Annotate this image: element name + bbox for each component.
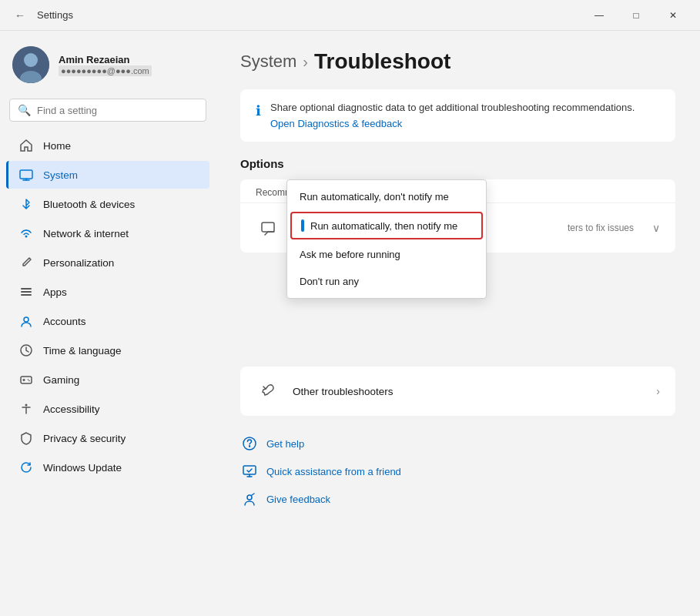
gaming-icon xyxy=(18,372,34,387)
sidebar-item-network[interactable]: Network & internet xyxy=(6,219,209,247)
quick-assist-icon xyxy=(240,462,259,480)
dropdown-item-label: Don't run any xyxy=(300,276,359,287)
titlebar-left: ← Settings xyxy=(9,5,73,26)
chevron-right-icon: › xyxy=(656,385,660,397)
sidebar-item-personalization[interactable]: Personalization xyxy=(6,249,209,276)
profile-name: Amin Rezaeian xyxy=(59,54,152,65)
profile-email: ●●●●●●●●●@●●●.com xyxy=(59,65,152,76)
accounts-icon xyxy=(18,313,34,329)
breadcrumb-current: Troubleshoot xyxy=(314,49,450,74)
recommended-card: Recommended troubleshooter preferences R… xyxy=(240,179,675,253)
other-troubleshooters-row[interactable]: Other troubleshooters › xyxy=(240,367,675,416)
svg-rect-10 xyxy=(21,377,32,383)
minimize-button[interactable]: — xyxy=(581,3,617,28)
system-icon xyxy=(18,167,34,182)
sidebar-item-accessibility[interactable]: Accessibility xyxy=(6,395,209,423)
search-box[interactable]: 🔍 xyxy=(9,99,206,122)
sidebar-item-accounts[interactable]: Accounts xyxy=(6,307,209,335)
sidebar-item-apps[interactable]: Apps xyxy=(6,278,209,306)
search-input[interactable] xyxy=(37,105,198,116)
info-description: Share optional diagnostic data to get ad… xyxy=(270,102,635,113)
svg-point-11 xyxy=(28,379,29,380)
home-icon xyxy=(18,138,34,153)
sidebar-item-privacy[interactable]: Privacy & security xyxy=(6,424,209,452)
breadcrumb: System › Troubleshoot xyxy=(240,49,675,74)
svg-rect-7 xyxy=(21,294,32,296)
section-title: Options xyxy=(240,157,675,170)
update-icon xyxy=(18,460,34,475)
titlebar-title: Settings xyxy=(37,9,73,21)
wrench-icon xyxy=(256,379,280,403)
chevron-down-icon: ∨ xyxy=(652,222,660,234)
svg-rect-5 xyxy=(21,288,32,290)
sidebar-item-label: Home xyxy=(43,140,71,152)
info-text: Share optional diagnostic data to get ad… xyxy=(270,102,635,129)
svg-point-17 xyxy=(247,495,252,500)
sidebar-item-label: Time & language xyxy=(43,345,122,357)
profile-section: Amin Rezaeian ●●●●●●●●●@●●●.com xyxy=(0,40,216,95)
search-icon: 🔍 xyxy=(18,104,31,116)
apps-icon xyxy=(18,284,34,300)
footer-links: Get help Quick assistance from a friend … xyxy=(240,434,675,508)
quick-assist-link[interactable]: Quick assistance from a friend xyxy=(240,462,675,480)
main-content: System › Troubleshoot ℹ Share optional d… xyxy=(216,31,700,616)
breadcrumb-parent[interactable]: System xyxy=(240,52,296,72)
sidebar-item-system[interactable]: System xyxy=(6,161,209,189)
svg-point-13 xyxy=(25,404,28,407)
titlebar: ← Settings — □ ✕ xyxy=(0,0,700,31)
dropdown-item-2[interactable]: Ask me before running xyxy=(287,241,486,268)
time-icon xyxy=(18,343,34,358)
privacy-icon xyxy=(18,430,34,446)
dropdown-item-label: Run automatically, don't notify me xyxy=(300,191,449,203)
svg-point-4 xyxy=(25,236,28,238)
app-container: Amin Rezaeian ●●●●●●●●●@●●●.com 🔍 Home S… xyxy=(0,31,700,616)
quick-assist-label: Quick assistance from a friend xyxy=(266,466,401,477)
help-icon xyxy=(240,434,259,453)
dropdown-item-label: Run automatically, then notify me xyxy=(310,220,457,232)
get-help-link[interactable]: Get help xyxy=(240,434,675,453)
sidebar-item-bluetooth[interactable]: Bluetooth & devices xyxy=(6,190,209,218)
feedback-link[interactable]: Give feedback xyxy=(240,490,675,508)
svg-rect-6 xyxy=(21,291,32,293)
titlebar-controls: — □ ✕ xyxy=(581,3,691,28)
sidebar-item-label: Gaming xyxy=(43,374,79,386)
chat-icon xyxy=(256,216,280,240)
svg-rect-16 xyxy=(243,466,256,474)
maximize-button[interactable]: □ xyxy=(618,3,654,28)
breadcrumb-separator: › xyxy=(303,53,308,71)
svg-point-8 xyxy=(24,317,28,322)
right-text: ters to fix issues xyxy=(568,223,634,233)
sidebar-item-label: System xyxy=(43,169,78,181)
accessibility-icon xyxy=(18,401,34,417)
sidebar-item-time[interactable]: Time & language xyxy=(6,336,209,364)
dropdown-item-3[interactable]: Don't run any xyxy=(287,268,486,295)
svg-rect-3 xyxy=(20,170,32,179)
svg-point-12 xyxy=(28,380,30,382)
info-card: ℹ Share optional diagnostic data to get … xyxy=(240,89,675,142)
other-troubleshooters-label: Other troubleshooters xyxy=(293,386,644,397)
svg-point-1 xyxy=(24,53,38,67)
svg-rect-14 xyxy=(262,223,274,232)
avatar xyxy=(12,46,49,83)
sidebar-item-gaming[interactable]: Gaming xyxy=(6,366,209,393)
dropdown-item-0[interactable]: Run automatically, don't notify me xyxy=(287,183,486,210)
bluetooth-icon xyxy=(18,196,34,212)
diagnostics-link[interactable]: Open Diagnostics & feedback xyxy=(270,118,635,129)
back-button[interactable]: ← xyxy=(9,5,31,26)
network-icon xyxy=(18,226,34,241)
dropdown-item-1[interactable]: Run automatically, then notify me xyxy=(290,212,483,239)
sidebar-item-home[interactable]: Home xyxy=(6,132,209,159)
sidebar-item-label: Windows Update xyxy=(43,462,122,474)
profile-info: Amin Rezaeian ●●●●●●●●●@●●●.com xyxy=(59,54,152,76)
info-icon: ℹ xyxy=(256,102,261,119)
dropdown-menu: Run automatically, don't notify me Run a… xyxy=(286,179,487,299)
sidebar: Amin Rezaeian ●●●●●●●●●@●●●.com 🔍 Home S… xyxy=(0,31,216,616)
personalization-icon xyxy=(18,255,34,270)
get-help-label: Get help xyxy=(266,438,304,450)
dropdown-item-label: Ask me before running xyxy=(300,249,400,260)
selected-indicator xyxy=(301,219,304,232)
sidebar-item-label: Personalization xyxy=(43,257,114,269)
close-button[interactable]: ✕ xyxy=(655,3,691,28)
sidebar-item-update[interactable]: Windows Update xyxy=(6,454,209,481)
sidebar-item-label: Bluetooth & devices xyxy=(43,199,135,210)
